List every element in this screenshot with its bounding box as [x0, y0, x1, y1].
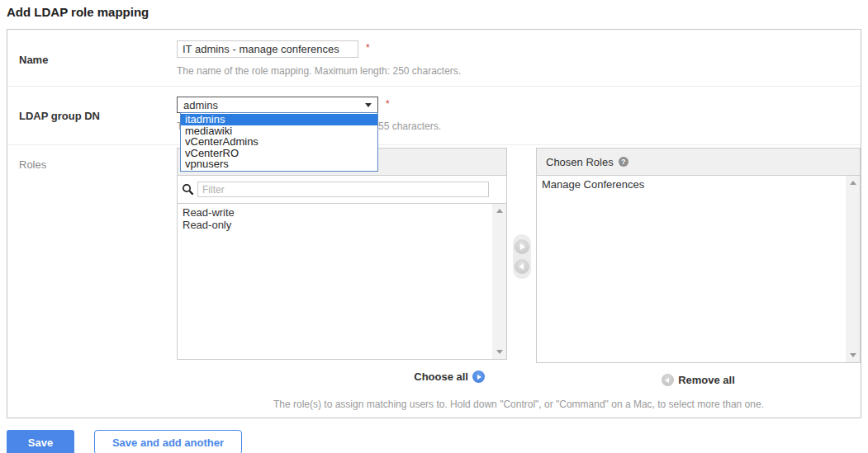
choose-all-arrow-icon — [472, 370, 485, 383]
help-text-fragment: 55 characters. — [378, 120, 441, 132]
chevron-down-icon — [365, 103, 372, 107]
name-help-text: The name of the role mapping. Maximum le… — [177, 65, 861, 77]
page-title: Add LDAP role mapping — [7, 5, 868, 19]
chosen-roles-selector: Chosen Roles ? Manage Conferences — [536, 148, 861, 363]
roles-help-text: The role(s) to assign matching users to.… — [177, 399, 861, 410]
save-and-add-another-button[interactable]: Save and add another — [94, 430, 242, 453]
scroll-down-icon[interactable] — [496, 350, 503, 354]
save-button[interactable]: Save — [7, 430, 74, 453]
available-roles-filter-input[interactable] — [197, 182, 489, 197]
ldap-group-dn-select-wrap: admins itadminsmediawikivCenterAdminsvCe… — [177, 97, 378, 113]
move-selected-left-button[interactable] — [515, 259, 529, 274]
available-role-option[interactable]: Read-only — [183, 219, 492, 231]
available-roles-column: Available Roles ? — [177, 148, 507, 383]
chosen-role-option[interactable]: Manage Conferences — [542, 178, 846, 191]
name-label: Name — [7, 40, 177, 77]
ldap-group-dn-selected-value: admins — [183, 99, 218, 111]
dropdown-option[interactable]: vCenterRO — [181, 148, 377, 159]
remove-all-arrow-icon — [662, 374, 674, 386]
dropdown-option[interactable]: vCenterAdmins — [181, 136, 377, 148]
add-ldap-role-mapping-form: Name * The name of the role mapping. Max… — [7, 29, 861, 418]
roles-label: Roles — [7, 148, 177, 410]
dropdown-option[interactable]: vpnusers — [181, 158, 377, 170]
choose-all-link[interactable]: Choose all — [177, 370, 507, 383]
scroll-down-icon[interactable] — [850, 353, 856, 357]
remove-all-label: Remove all — [678, 374, 735, 386]
scroll-up-icon[interactable] — [496, 209, 503, 213]
name-input[interactable] — [177, 40, 358, 58]
dropdown-option[interactable]: mediawiki — [181, 125, 377, 137]
remove-all-link[interactable]: Remove all — [536, 374, 861, 386]
form-actions: Save Save and add another — [7, 430, 868, 453]
available-roles-filter-row — [178, 176, 506, 203]
search-icon — [182, 183, 194, 196]
ldap-group-dn-label: LDAP group DN — [7, 97, 177, 133]
dropdown-option[interactable]: itadmins — [181, 114, 377, 125]
move-selected-right-button[interactable] — [515, 239, 529, 254]
ldap-group-dn-dropdown-list[interactable]: itadminsmediawikivCenterAdminsvCenterROv… — [180, 112, 378, 172]
help-icon[interactable]: ? — [619, 157, 628, 167]
chosen-roles-listbox[interactable]: Manage Conferences — [537, 176, 860, 362]
choose-all-label: Choose all — [414, 370, 468, 383]
name-field-row: Name * The name of the role mapping. Max… — [7, 30, 861, 86]
available-roles-selector: Available Roles ? — [177, 148, 507, 360]
chosen-roles-column: Chosen Roles ? Manage Conferences — [536, 148, 861, 386]
scroll-up-icon[interactable] — [850, 181, 856, 185]
required-asterisk: * — [366, 42, 370, 54]
chosen-roles-header-label: Chosen Roles — [546, 156, 614, 168]
available-role-option[interactable]: Read-write — [183, 206, 492, 219]
roles-field-row: Roles Available Roles ? — [7, 144, 861, 418]
scrollbar[interactable] — [492, 204, 506, 359]
chosen-roles-header: Chosen Roles ? — [537, 149, 860, 176]
move-buttons-pill — [513, 234, 531, 279]
scrollbar[interactable] — [846, 176, 860, 362]
ldap-group-dn-field-row: LDAP group DN admins itadminsmediawikivC… — [7, 86, 861, 144]
ldap-group-dn-select[interactable]: admins — [177, 97, 378, 113]
required-asterisk: * — [386, 98, 390, 110]
available-roles-listbox[interactable]: Read-writeRead-only — [178, 203, 506, 359]
move-buttons-column — [507, 148, 536, 279]
